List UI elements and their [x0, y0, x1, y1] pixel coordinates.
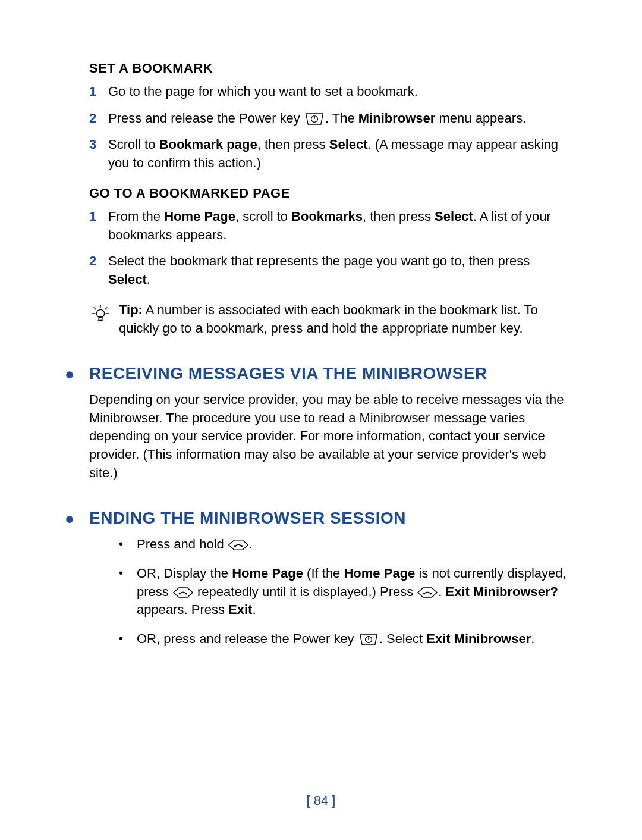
bold-text: Home Page [164, 209, 235, 224]
bold-text: Select [329, 137, 368, 152]
item-number: 2 [89, 252, 108, 289]
item-text: Scroll to Bookmark page, then press Sele… [108, 136, 571, 173]
goto-bookmark-list: 1 From the Home Page, scroll to Bookmark… [89, 208, 571, 289]
bullet-marker: • [119, 630, 137, 648]
text-fragment: (If the [303, 566, 344, 581]
text-fragment: . [147, 272, 150, 287]
item-text: Press and release the Power key . The Mi… [108, 109, 571, 128]
text-fragment: , then press [363, 209, 435, 224]
list-item: 1 Go to the page for which you want to s… [89, 83, 571, 101]
item-number: 1 [89, 208, 108, 245]
bullet-marker: • [119, 565, 137, 619]
bold-text: Home Page [232, 566, 303, 581]
bold-text: Bookmarks [291, 209, 363, 224]
list-item: • OR, press and release the Power key . … [119, 630, 571, 648]
text-fragment: , then press [257, 137, 329, 152]
text-fragment: . The [325, 111, 358, 126]
text-fragment: . [249, 537, 253, 551]
bold-text: Home Page [344, 566, 415, 581]
list-item: 3 Scroll to Bookmark page, then press Se… [89, 136, 571, 173]
text-fragment: From the [108, 209, 164, 224]
item-text: Press and hold . [137, 535, 571, 554]
tip-label: Tip: [119, 302, 143, 317]
svg-point-11 [240, 545, 243, 547]
item-text: OR, Display the Home Page (If the Home P… [137, 565, 571, 619]
bold-text: Select [108, 272, 147, 287]
text-fragment: appears. Press [137, 602, 228, 617]
item-text: Select the bookmark that represents the … [108, 252, 571, 289]
end-key-icon [228, 538, 249, 551]
tip-content: Tip: A number is associated with each bo… [119, 301, 571, 338]
text-fragment: OR, Display the [137, 566, 232, 581]
power-key-icon [358, 633, 379, 646]
text-fragment: . Select [379, 631, 426, 646]
svg-line-5 [94, 308, 96, 310]
bold-text: Bookmark page [159, 137, 257, 152]
text-fragment: Scroll to [108, 137, 159, 152]
svg-point-10 [234, 545, 237, 547]
receiving-body: Depending on your service provider, you … [89, 391, 571, 482]
tip-text: A number is associated with each bookmar… [119, 302, 538, 336]
text-fragment: . [438, 584, 445, 599]
text-fragment: OR, press and release the Power key [137, 631, 358, 646]
item-number: 1 [89, 83, 108, 101]
svg-point-13 [185, 593, 188, 595]
end-key-icon [417, 586, 438, 599]
bold-text: Exit [228, 602, 252, 617]
list-item: • Press and hold . [119, 535, 571, 554]
subheading-set-bookmark: SET A BOOKMARK [89, 59, 571, 78]
list-item: • OR, Display the Home Page (If the Home… [119, 565, 571, 619]
tip-block: Tip: A number is associated with each bo… [89, 301, 571, 338]
svg-point-12 [179, 593, 181, 595]
list-item: 2 Press and release the Power key . The … [89, 109, 571, 128]
lightbulb-icon [89, 301, 119, 338]
item-number: 2 [89, 109, 108, 128]
bullet-marker: • [119, 535, 137, 554]
list-item: 2 Select the bookmark that represents th… [89, 252, 571, 289]
list-item: 1 From the Home Page, scroll to Bookmark… [89, 208, 571, 245]
svg-point-15 [430, 593, 432, 595]
svg-point-14 [423, 593, 426, 595]
svg-line-6 [105, 308, 108, 310]
heading-ending-session: ENDING THE MINIBROWSER SESSION [89, 506, 571, 529]
bold-text: Select [435, 209, 473, 224]
ending-session-list: • Press and hold . • OR, Display the Hom… [89, 535, 571, 648]
set-bookmark-list: 1 Go to the page for which you want to s… [89, 83, 571, 173]
text-fragment: . [531, 631, 534, 646]
text-fragment: Select the bookmark that represents the … [108, 253, 530, 268]
text-fragment: Press and release the Power key [108, 111, 304, 126]
item-text: From the Home Page, scroll to Bookmarks,… [108, 208, 571, 245]
text-fragment: Press and hold [137, 537, 228, 551]
power-key-icon [304, 112, 325, 126]
text-fragment: . [252, 602, 256, 617]
bold-text: Minibrowser [358, 111, 436, 126]
subheading-goto-bookmark: GO TO A BOOKMARKED PAGE [89, 184, 571, 203]
bold-text: Exit Minibrowser? [446, 584, 558, 599]
end-key-icon [172, 586, 194, 599]
bold-text: Exit Minibrowser [426, 631, 531, 646]
text-fragment: repeatedly until it is displayed.) Press [194, 584, 417, 599]
item-text: Go to the page for which you want to set… [108, 83, 571, 101]
page-number: [ 84 ] [0, 792, 642, 810]
svg-point-2 [96, 309, 104, 317]
text-fragment: , scroll to [235, 209, 291, 224]
item-text: OR, press and release the Power key . Se… [137, 630, 571, 648]
text-fragment: menu appears. [435, 111, 526, 126]
item-number: 3 [89, 136, 108, 173]
heading-receiving-messages: RECEIVING MESSAGES VIA THE MINIBROWSER [89, 362, 571, 385]
